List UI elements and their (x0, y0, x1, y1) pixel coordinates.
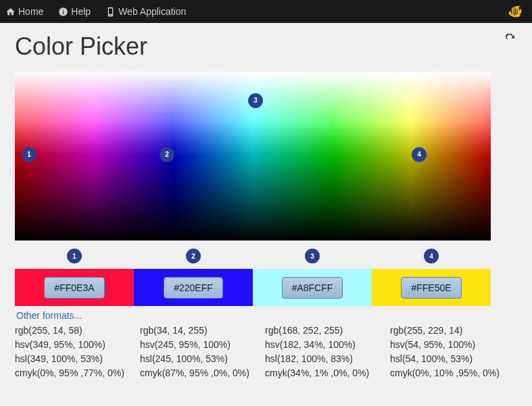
hex-button-3[interactable]: #A8FCFF (282, 277, 343, 299)
page-title: Color Picker (15, 32, 517, 61)
hsl-value-1: hsl(349, 100%, 53%) (15, 352, 136, 366)
hsl-value-3: hsl(182, 100%, 83%) (265, 352, 386, 366)
picker-marker-2[interactable]: 2 (160, 147, 174, 162)
topbar: Home Help Web Application 🐠 (0, 0, 532, 23)
hex-button-2[interactable]: #220EFF (164, 277, 223, 299)
hex-button-1[interactable]: #FF0E3A (44, 277, 104, 299)
formats-col-4: rgb(255, 229, 14)hsv(54, 95%, 100%)hsl(5… (390, 324, 515, 380)
nav-webapp-label: Web Application (118, 6, 186, 17)
refresh-button[interactable] (505, 34, 516, 47)
hsl-value-2: hsl(245, 100%, 53%) (140, 352, 261, 366)
hex-button-4[interactable]: #FFE50E (401, 277, 461, 299)
swatch-badge-2: 2 (186, 249, 201, 263)
phone-icon (105, 7, 116, 17)
cmyk-value-3: cmyk(34%, 1% ,0%, 0%) (265, 366, 386, 380)
home-icon (5, 7, 16, 17)
other-formats-link[interactable]: Other formats... (16, 310, 82, 321)
picker-marker-3[interactable]: 3 (248, 93, 263, 108)
formats-grid: rgb(255, 14, 58)hsv(349, 95%, 100%)hsl(3… (15, 324, 515, 380)
swatch-badge-3: 3 (305, 249, 320, 263)
picker-marker-1[interactable]: 1 (22, 147, 37, 162)
nav-home-label: Home (18, 6, 43, 17)
swatch-col-1: 1#FF0E3A (15, 245, 134, 306)
swatch-col-3: 3#A8FCFF (253, 245, 372, 306)
hsv-value-1: hsv(349, 95%, 100%) (15, 338, 136, 352)
swatch-col-4: 4#FFE50E (372, 245, 491, 306)
swatch-badge-1: 1 (67, 249, 82, 263)
swatch-bg-3: #A8FCFF (253, 269, 372, 306)
rgb-value-4: rgb(255, 229, 14) (390, 324, 511, 338)
hsl-value-4: hsl(54, 100%, 53%) (390, 352, 511, 366)
fish-icon[interactable]: 🐠 (508, 4, 523, 19)
nav-webapp[interactable]: Web Application (105, 6, 186, 17)
swatch-bg-4: #FFE50E (372, 269, 491, 306)
formats-col-2: rgb(34, 14, 255)hsv(245, 95%, 100%)hsl(2… (140, 324, 265, 380)
nav-help[interactable]: Help (58, 6, 91, 17)
color-picker-canvas[interactable]: 1234 (15, 72, 491, 240)
rgb-value-1: rgb(255, 14, 58) (15, 324, 136, 338)
hsv-value-3: hsv(182, 34%, 100%) (265, 338, 386, 352)
info-icon (58, 7, 68, 17)
nav-help-label: Help (71, 6, 91, 17)
formats-col-3: rgb(168, 252, 255)hsv(182, 34%, 100%)hsl… (265, 324, 390, 380)
swatch-bg-2: #220EFF (134, 269, 253, 306)
refresh-icon (505, 34, 516, 45)
rgb-value-2: rgb(34, 14, 255) (140, 324, 261, 338)
rgb-value-3: rgb(168, 252, 255) (265, 324, 386, 338)
swatch-col-2: 2#220EFF (134, 245, 253, 306)
page: Color Picker 1234 1#FF0E3A2#220EFF3#A8FC… (0, 23, 532, 387)
hsv-value-2: hsv(245, 95%, 100%) (140, 338, 261, 352)
swatch-badge-4: 4 (424, 249, 439, 263)
cmyk-value-1: cmyk(0%, 95% ,77%, 0%) (15, 366, 136, 380)
picker-marker-4[interactable]: 4 (412, 147, 427, 162)
cmyk-value-4: cmyk(0%, 10% ,95%, 0%) (390, 366, 511, 380)
formats-col-1: rgb(255, 14, 58)hsv(349, 95%, 100%)hsl(3… (15, 324, 140, 380)
swatch-row: 1#FF0E3A2#220EFF3#A8FCFF4#FFE50E (15, 245, 491, 306)
nav-home[interactable]: Home (5, 6, 43, 17)
cmyk-value-2: cmyk(87%, 95% ,0%, 0%) (140, 366, 261, 380)
swatch-bg-1: #FF0E3A (15, 269, 134, 306)
hsv-value-4: hsv(54, 95%, 100%) (390, 338, 511, 352)
